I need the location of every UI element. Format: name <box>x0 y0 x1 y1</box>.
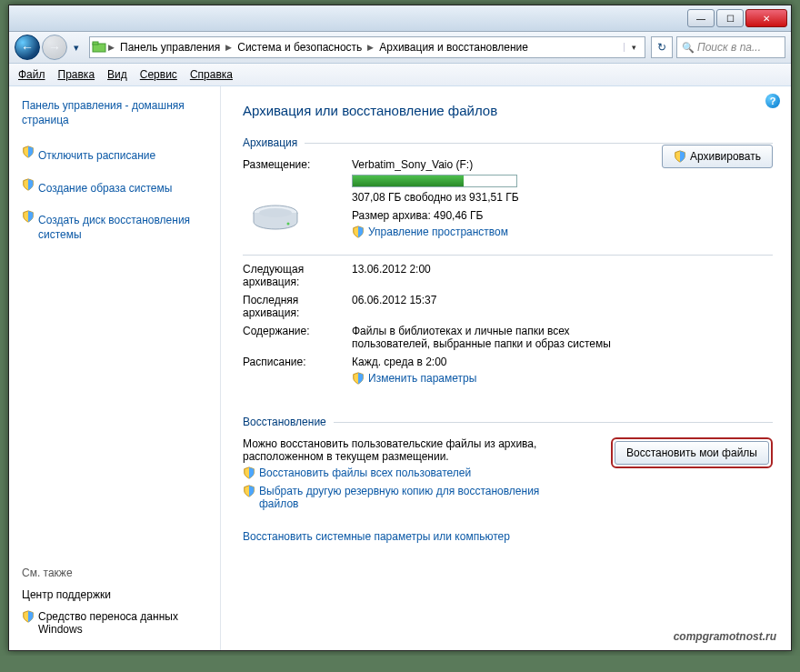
menu-edit[interactable]: Правка <box>58 68 95 81</box>
breadcrumb-2[interactable]: Система и безопасность <box>234 41 365 54</box>
restore-all-users-link[interactable]: Восстановить файлы всех пользователей <box>259 466 471 479</box>
breadcrumb-1[interactable]: Панель управления <box>116 41 224 54</box>
sidebar-see-also: См. также <box>22 567 213 579</box>
search-input[interactable]: 🔍 Поиск в па... <box>676 36 785 58</box>
shield-icon <box>352 372 365 385</box>
refresh-button[interactable]: ↻ <box>651 36 673 58</box>
watermark: compgramotnost.ru <box>674 630 776 643</box>
body: Панель управления - домашняя страница От… <box>9 86 791 650</box>
svg-point-3 <box>259 208 292 217</box>
search-placeholder: Поиск в па... <box>697 41 761 54</box>
address-dropdown-icon[interactable]: ▾ <box>624 43 643 52</box>
back-button[interactable]: ← <box>15 35 40 60</box>
restore-section-header: Восстановление <box>243 416 773 428</box>
sidebar-easy-transfer[interactable]: Средство переноса данных Windows <box>38 610 213 636</box>
drive-icon <box>252 202 299 233</box>
breadcrumb-3[interactable]: Архивация и восстановление <box>375 41 532 54</box>
chevron-right-icon: ▶ <box>106 43 116 52</box>
archive-size-text: Размер архива: 490,46 ГБ <box>352 209 773 222</box>
close-button[interactable]: ✕ <box>745 9 787 27</box>
next-backup-label: Следующая архивация: <box>243 263 352 288</box>
window: — ☐ ✕ ← → ▾ ▶ Панель управления ▶ Систем… <box>8 5 792 651</box>
sidebar: Панель управления - домашняя страница От… <box>9 86 221 650</box>
menu-view[interactable]: Вид <box>107 68 127 81</box>
free-space-text: 307,08 ГБ свободно из 931,51 ГБ <box>352 191 773 204</box>
sidebar-support-center[interactable]: Центр поддержки <box>22 588 213 601</box>
menu-service[interactable]: Сервис <box>140 68 177 81</box>
shield-icon <box>22 610 35 623</box>
navbar: ← → ▾ ▶ Панель управления ▶ Система и бе… <box>9 32 791 64</box>
sidebar-home-link[interactable]: Панель управления - домашняя страница <box>22 99 213 127</box>
svg-rect-1 <box>93 42 98 45</box>
restore-my-files-button[interactable]: Восстановить мои файлы <box>615 441 769 465</box>
manage-space-link[interactable]: Управление пространством <box>368 226 508 238</box>
search-icon: 🔍 <box>681 40 695 55</box>
address-bar[interactable]: ▶ Панель управления ▶ Система и безопасн… <box>89 36 645 58</box>
svg-point-4 <box>287 223 290 226</box>
page-title: Архивация или восстановление файлов <box>243 103 773 118</box>
menu-file[interactable]: Файл <box>18 68 45 81</box>
disk-usage-bar <box>352 175 517 187</box>
shield-icon <box>243 485 255 497</box>
schedule-label: Расписание: <box>243 356 352 390</box>
minimize-button[interactable]: — <box>687 9 715 27</box>
sidebar-create-image[interactable]: Создание образа системы <box>38 182 172 196</box>
forward-button[interactable]: → <box>42 35 67 60</box>
titlebar: — ☐ ✕ <box>9 5 791 32</box>
last-backup-label: Последняя архивация: <box>243 294 352 319</box>
shield-icon <box>22 145 35 158</box>
help-icon[interactable]: ? <box>765 94 780 108</box>
sidebar-create-recovery-disk[interactable]: Создать диск восстановления системы <box>38 214 213 242</box>
change-parameters-link[interactable]: Изменить параметры <box>368 372 476 385</box>
restore-system-link[interactable]: Восстановить системные параметры или ком… <box>243 530 510 543</box>
last-backup-value: 06.06.2012 15:37 <box>352 294 773 319</box>
history-dropdown-icon[interactable]: ▾ <box>69 40 84 55</box>
schedule-value: Кажд. среда в 2:00 <box>352 356 773 368</box>
content-value: Файлы в библиотеках и личные папки всех … <box>352 325 625 350</box>
restore-my-files-highlight: Восстановить мои файлы <box>611 437 773 468</box>
shield-icon <box>243 466 255 479</box>
content: ? Архивация или восстановление файлов Ар… <box>221 86 791 650</box>
shield-icon <box>674 150 686 163</box>
archive-button[interactable]: Архивировать <box>662 145 773 168</box>
shield-icon <box>22 178 35 191</box>
sidebar-disable-schedule[interactable]: Отключить расписание <box>38 149 155 164</box>
menu-help[interactable]: Справка <box>190 68 233 81</box>
menubar: Файл Правка Вид Сервис Справка <box>9 64 791 86</box>
next-backup-value: 13.06.2012 2:00 <box>352 263 773 288</box>
restore-description: Можно восстановить пользовательские файл… <box>243 437 602 463</box>
chevron-right-icon: ▶ <box>365 43 375 52</box>
chevron-right-icon: ▶ <box>224 43 234 52</box>
shield-icon <box>352 226 365 238</box>
folder-icon <box>92 40 106 55</box>
shield-icon <box>22 210 35 223</box>
restore-other-backup-link[interactable]: Выбрать другую резервную копию для восст… <box>259 485 550 510</box>
content-label: Содержание: <box>243 325 352 350</box>
maximize-button[interactable]: ☐ <box>716 9 744 27</box>
